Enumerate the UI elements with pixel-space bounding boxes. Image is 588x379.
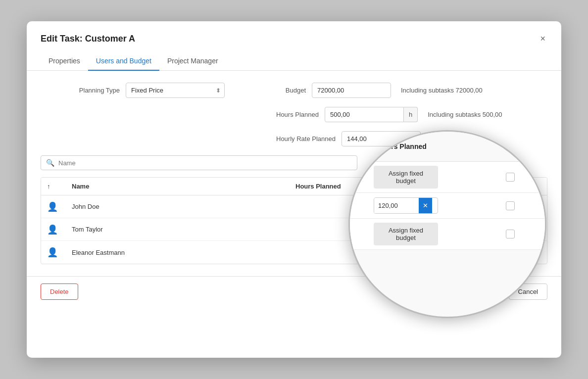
hours-planned-label: Hours Planned (276, 111, 319, 118)
magnify-icon-2 (350, 204, 370, 208)
magnify-row-2: ✕ (350, 193, 545, 219)
hours-suffix: h (404, 107, 418, 122)
magnify-assign-3: Assign fixed budget (370, 221, 476, 247)
hourly-rate-label: Hourly Rate Planned (276, 135, 336, 142)
planning-type-row: Planning Type Fixed Price ⬍ Budget Inclu… (41, 83, 547, 98)
user-name-cell: Eleanor Eastmann (66, 245, 290, 260)
col-name: Name (66, 183, 290, 190)
clear-input-button[interactable]: ✕ (419, 198, 432, 213)
user-icon-cell: 👤 (41, 220, 66, 239)
search-icon: 🔍 (46, 159, 54, 167)
hours-input-group-2: ✕ (374, 197, 438, 214)
user-icon-cell: 👤 (41, 243, 66, 262)
user-icon: 👤 (47, 247, 58, 257)
col-sort[interactable]: ↑ (41, 183, 66, 190)
delete-button[interactable]: Delete (41, 284, 78, 300)
assign-budget-button-1[interactable]: Assign fixed budget (374, 166, 438, 189)
user-icon-cell: 👤 (41, 197, 66, 216)
hours-subtask-text: Including subtasks 500,00 (428, 111, 502, 118)
modal-title: Edit Task: Customer A (41, 34, 135, 44)
user-name-cell: John Doe (66, 199, 290, 214)
planning-type-select[interactable]: Fixed Price (126, 83, 225, 98)
sort-icon: ↑ (47, 183, 50, 190)
checkbox-2[interactable] (506, 201, 515, 210)
budget-input[interactable] (312, 83, 391, 98)
tab-users-budget[interactable]: Users and Budget (88, 52, 159, 71)
modal-header: Edit Task: Customer A × (27, 21, 561, 45)
hours-planned-row: Hours Planned h Including subtasks 500,0… (41, 107, 547, 122)
hours-input-group: h (325, 107, 418, 122)
magnify-assign-1: Assign fixed budget (370, 164, 476, 190)
tab-bar: Properties Users and Budget Project Mana… (27, 52, 561, 71)
user-icon: 👤 (47, 225, 58, 235)
magnify-icon-3 (350, 232, 370, 236)
search-row: 🔍 (41, 155, 357, 170)
user-icon: 👤 (47, 202, 58, 212)
hours-planned-input[interactable] (325, 107, 404, 122)
checkbox-3[interactable] (506, 230, 515, 238)
tab-properties[interactable]: Properties (41, 52, 88, 71)
magnify-row-3: Assign fixed budget (350, 219, 545, 250)
search-input[interactable] (58, 159, 352, 167)
close-button[interactable]: × (538, 32, 547, 45)
assign-budget-button-2[interactable]: Assign fixed budget (374, 223, 438, 245)
planning-type-label: Planning Type (41, 87, 120, 94)
planning-type-select-wrapper: Fixed Price ⬍ (126, 83, 225, 98)
user-name-cell: Tom Taylor (66, 222, 290, 237)
tab-project-manager[interactable]: Project Manager (159, 52, 226, 71)
edit-task-modal: Edit Task: Customer A × Properties Users… (27, 21, 561, 358)
magnify-input-cell: ✕ (370, 195, 476, 216)
checkbox-1[interactable] (506, 173, 515, 182)
budget-label: Budget (276, 87, 306, 94)
magnify-popup: ▲ ▼ Hours Planned Lisations Assign fixed… (348, 130, 546, 318)
magnify-check-2 (476, 199, 545, 212)
magnify-check-3 (476, 228, 545, 240)
magnify-row-1: Assign fixed budget (350, 162, 545, 193)
hours-value-input[interactable] (374, 198, 419, 213)
budget-subtask-text: Including subtasks 72000,00 (401, 87, 483, 94)
